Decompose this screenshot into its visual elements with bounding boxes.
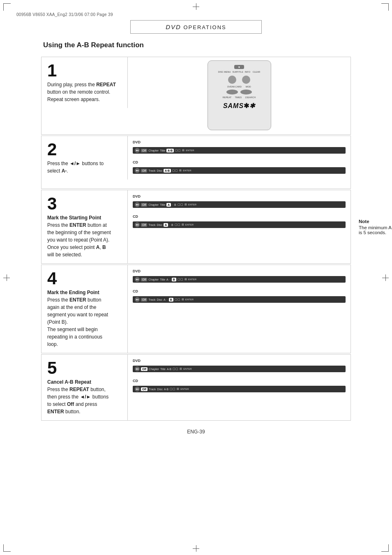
- remote-arrow-btn: ▼: [234, 65, 244, 69]
- step-4-text: Mark the Ending Point Press the ENTER bu…: [47, 289, 122, 348]
- osd-disc-s4c: Disc: [157, 298, 162, 301]
- osd-grid-cd: ⊞: [179, 169, 182, 172]
- step-3-left: 3 Mark the Starting Point Press the ENTE…: [42, 190, 128, 263]
- osd-b-bright-s4d: B: [172, 278, 176, 281]
- osd-chapter-s3d: Chapter: [148, 203, 159, 206]
- remote-circle-left: [228, 76, 236, 84]
- step-2-cd-osd: ⏮ Off Track Disc A·B ▢▢ ⊞ ENTER: [133, 167, 346, 174]
- osd-ab-label: A·B: [166, 149, 174, 152]
- osd-boxes-s3c: ▢▢: [175, 223, 180, 226]
- osd-disc-s3c: Disc: [157, 223, 162, 226]
- osd-play-icon-s5c: ⏮: [135, 387, 140, 391]
- osd-grid-s4d: ⊞: [184, 278, 187, 281]
- osd-boxes-s4d: ▢▢: [178, 278, 183, 281]
- osd-off-s3d: Off: [141, 203, 147, 207]
- step-4-left: 4 Mark the Ending Point Press the ENTER …: [42, 265, 128, 353]
- step-1-number: 1: [47, 62, 122, 79]
- osd-title-s5d: Title: [160, 368, 166, 371]
- step-1-left: 1 During play, press the REPEATbutton on…: [42, 57, 128, 108]
- step-2-dvd-group: DVD ⏮ Off Chapter Title A·B ▢▢ ⊞ ENTER: [133, 140, 346, 154]
- osd-a-bright-s3c: A: [164, 223, 168, 227]
- osd-track-s4c: Track: [148, 298, 155, 301]
- header-info: 00956B V8650 XAA_Eng2 31/3/06 07:00 Page…: [16, 12, 376, 17]
- osd-grid-s4c: ⊞: [182, 298, 184, 301]
- osd-track-s5c: Track: [149, 388, 156, 391]
- remote-circle-row: [228, 76, 250, 84]
- step-4-cd-osd: ⏮ Off Track Disc A · B ▢▢ ⊞ ENTER: [133, 296, 346, 303]
- osd-dot-s3d: ·: [172, 203, 173, 206]
- osd-enter-s5d: ENTER: [183, 368, 191, 370]
- osd-boxes-s5d: ▢▢: [173, 367, 178, 371]
- step-2-cd-group: CD ⏮ Off Track Disc A·B ▢▢ ⊞ ENTER: [133, 160, 346, 174]
- step-2-dvd-label: DVD: [133, 140, 346, 144]
- osd-boxes1: ▢▢: [175, 149, 181, 152]
- osd-play-icon-s3c: ⏮: [135, 222, 140, 227]
- osd-off-s4c: Off: [141, 298, 147, 302]
- osd-play-icon-s4c: ⏮: [135, 297, 140, 302]
- osd-play-icon-s5d: ⏮: [135, 366, 140, 371]
- osd-enter-s4c: ENTER: [185, 298, 194, 301]
- osd-track-s3c: Track: [148, 223, 155, 226]
- step-3-right: DVD ⏮ Off Chapter Title A · B ▢▢ ⊞: [128, 190, 350, 232]
- osd-disc-s5c: Disc: [157, 388, 163, 391]
- osd-off-highlight-s5d: Off: [141, 367, 148, 371]
- step-5-number: 5: [47, 359, 122, 377]
- osd-a-bright-s3d: A: [166, 203, 171, 207]
- step-4-dvd-group: DVD ⏮ Off Chapter Title A · B ▢▢ ⊞ ENTER: [133, 269, 346, 283]
- osd-b-s3d: B: [174, 203, 176, 206]
- osd-dot-s4c: ·: [167, 298, 168, 301]
- step-3-text: Mark the Starting Point Press the ENTER …: [47, 214, 122, 258]
- note-text: The minimum A -B Repeat time is 5 second…: [359, 225, 392, 235]
- osd-ab-cd-label: A·B: [164, 169, 171, 173]
- osd-ab-s5c: A·B: [164, 388, 168, 391]
- osd-off-s4d: Off: [141, 278, 147, 281]
- osd-enter-s4d: ENTER: [188, 278, 196, 281]
- osd-a-s4c: A: [164, 298, 166, 301]
- step-5-row: 5 Cancel A-B Repeat Press the REPEAT but…: [41, 354, 351, 421]
- osd-chapter-s5d: Chapter: [149, 368, 159, 371]
- osd-enter-cd: ENTER: [183, 169, 191, 172]
- section-title: Using the A-B Repeat function: [43, 41, 351, 49]
- step-1-right: ▼ DISC MENUSUBTITLEINFOCLEAR: [128, 57, 350, 134]
- remote-bottom-labels: REPEATTIMES1SEARCH: [223, 96, 256, 99]
- footer-page: ENG-39: [41, 429, 351, 435]
- step-2-number: 2: [47, 141, 122, 158]
- osd-enter-s3d: ENTER: [188, 203, 196, 206]
- remote-control-img: ▼ DISC MENUSUBTITLEINFOCLEAR: [208, 60, 271, 130]
- osd-grid-s3c: ⊞: [182, 223, 184, 226]
- step-5-text: Cancel A-B Repeat Press the REPEAT butto…: [47, 378, 122, 415]
- osd-disc-label: Disc: [157, 169, 162, 172]
- osd-play-icon-s3d: ⏮: [135, 202, 140, 207]
- osd-enter1: ENTER: [186, 149, 194, 152]
- note-box: Note The minimum A -B Repeat time is 5 s…: [359, 219, 392, 235]
- remote-oval-row: [226, 90, 252, 94]
- osd-boxes-s3d: ▢▢: [178, 203, 183, 206]
- step-5-cd-group: CD ⏮ Off Track Disc A·B ▢▢ ⊞ ENTER: [133, 379, 346, 392]
- remote-mid-labels: DVD/M.CARDMOD: [227, 85, 251, 88]
- step-4-right: DVD ⏮ Off Chapter Title A · B ▢▢ ⊞ ENTER: [128, 265, 350, 307]
- osd-grid-s5d: ⊞: [180, 367, 182, 371]
- step-2-right: DVD ⏮ Off Chapter Title A·B ▢▢ ⊞ ENTER: [128, 136, 350, 178]
- step-1-text: During play, press the REPEATbutton on t…: [47, 81, 122, 103]
- osd-track-label: Track: [148, 169, 155, 172]
- step-4-cd-label: CD: [133, 289, 346, 293]
- osd-dot-s3c: ·: [169, 223, 170, 226]
- step-4-dvd-osd: ⏮ Off Chapter Title A · B ▢▢ ⊞ ENTER: [133, 276, 346, 283]
- step-2-text: Press the ◄/► buttons toselect A-.: [47, 160, 122, 175]
- page-title: DVD Operations: [166, 24, 226, 30]
- step-5-cd-osd: ⏮ Off Track Disc A·B ▢▢ ⊞ ENTER: [133, 386, 346, 392]
- osd-chapter-label: Chapter: [148, 149, 159, 152]
- osd-title-s4d: Title: [160, 278, 165, 281]
- step-5-left: 5 Cancel A-B Repeat Press the REPEAT but…: [42, 355, 128, 420]
- osd-off-s3c: Off: [141, 223, 147, 227]
- step-3-dvd-group: DVD ⏮ Off Chapter Title A · B ▢▢ ⊞: [133, 194, 346, 208]
- osd-ab-s5d: A·B: [167, 368, 171, 371]
- step-2-dvd-osd: ⏮ Off Chapter Title A·B ▢▢ ⊞ ENTER: [133, 147, 346, 154]
- osd-boxes-cd: ▢▢: [172, 169, 178, 172]
- title-dvd: DVD: [166, 23, 181, 30]
- osd-play-icon-cd: ⏮: [135, 168, 140, 173]
- step-3-cd-label: CD: [133, 214, 346, 219]
- step-2-left: 2 Press the ◄/► buttons toselect A-.: [42, 136, 128, 180]
- step-1-row: 1 During play, press the REPEATbutton on…: [41, 57, 351, 135]
- osd-chapter-s4d: Chapter: [148, 278, 159, 281]
